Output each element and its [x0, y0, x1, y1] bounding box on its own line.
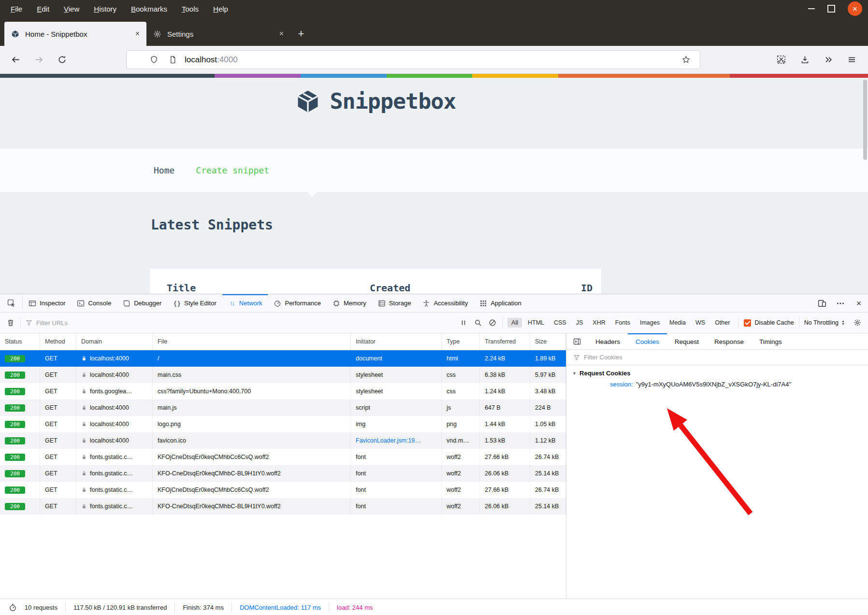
tab-close-icon[interactable]: × [135, 29, 140, 38]
menu-view[interactable]: View [64, 5, 79, 13]
tab-home-snippetbox[interactable]: Home - Snippetbox × [4, 22, 146, 46]
page-icon[interactable] [169, 56, 177, 64]
menu-tools[interactable]: Tools [182, 5, 199, 13]
network-request-row[interactable]: 200GETlocalhost:4000main.cssstylesheetcs… [0, 367, 566, 383]
network-request-row[interactable]: 200GETlocalhost:4000logo.pngimgpng1.44 k… [0, 416, 566, 432]
devtools-tab-accessibility[interactable]: Accessibility [417, 294, 474, 312]
column-header-domain[interactable]: Domain [76, 333, 153, 350]
load-time[interactable]: load: 244 ms [337, 604, 373, 611]
detail-tab-response[interactable]: Response [707, 333, 752, 350]
close-devtools-icon[interactable]: × [854, 299, 863, 308]
url-text[interactable]: localhost:4000 [185, 55, 682, 65]
filter-urls-input[interactable]: Filter URLs [26, 319, 454, 327]
filter-type-js[interactable]: JS [572, 318, 587, 328]
minimize-icon[interactable] [808, 8, 815, 9]
pick-element-icon[interactable] [0, 297, 23, 309]
filter-type-ws[interactable]: WS [692, 318, 709, 328]
split-panel-icon[interactable] [566, 333, 588, 349]
devtools-tab-memory[interactable]: Memory [327, 294, 372, 312]
meatball-menu-icon[interactable] [836, 299, 845, 308]
devtools-tab-network[interactable]: ↑↓Network [222, 294, 268, 312]
site-nav-create-snippet[interactable]: Create snippet [196, 165, 269, 175]
request-cookies-section[interactable]: ▾ Request Cookies [566, 365, 868, 381]
hamburger-menu-icon[interactable] [845, 53, 858, 67]
clear-requests-trash-icon[interactable] [6, 318, 15, 328]
filter-cookies-input[interactable]: Filter Cookies [566, 350, 868, 365]
column-header-file[interactable]: File [153, 333, 351, 350]
devtools-tab-style-editor[interactable]: { }Style Editor [167, 294, 222, 312]
detail-tab-cookies[interactable]: Cookies [628, 333, 667, 350]
network-request-row[interactable]: 200GETlocalhost:4000main.jsscriptjs647 B… [0, 400, 566, 416]
devtools-tab-console[interactable]: Console [71, 294, 117, 312]
cookie-name[interactable]: session: [610, 381, 633, 388]
column-header-type[interactable]: Type [442, 333, 480, 350]
network-request-row[interactable]: 200GETfonts.gstatic.c…KFO-CneDtsqEr0keqC… [0, 465, 566, 482]
detail-tab-headers[interactable]: Headers [588, 333, 628, 350]
site-title[interactable]: Snippetbox [330, 88, 456, 114]
network-request-row[interactable]: 200GETlocalhost:4000/documenthtml2.24 kB… [0, 350, 566, 367]
detail-tab-timings[interactable]: Timings [752, 333, 790, 350]
network-request-row[interactable]: 200GETfonts.googlea…css?family=Ubuntu+Mo… [0, 383, 566, 400]
search-icon[interactable] [473, 318, 483, 328]
filter-type-css[interactable]: CSS [550, 318, 570, 328]
menu-bookmarks[interactable]: Bookmarks [131, 5, 167, 13]
column-header-initiator[interactable]: Initiator [351, 333, 442, 350]
url-bar[interactable]: localhost:4000 [126, 50, 700, 69]
navigation-toolbar: localhost:4000 [0, 46, 868, 74]
column-header-transferred[interactable]: Transferred [480, 333, 530, 350]
pause-icon[interactable] [459, 318, 468, 328]
column-header-method[interactable]: Method [40, 333, 76, 350]
devtools-tab-performance[interactable]: Performance [268, 294, 326, 312]
download-icon[interactable] [798, 53, 811, 67]
network-request-row[interactable]: 200GETlocalhost:4000favicon.icoFaviconLo… [0, 432, 566, 449]
filter-type-other[interactable]: Other [711, 318, 734, 328]
domcontentloaded-time[interactable]: DOMContentLoaded: 117 ms [240, 604, 321, 611]
tab-close-icon[interactable]: × [279, 29, 284, 38]
filter-type-xhr[interactable]: XHR [589, 318, 609, 328]
filter-type-all[interactable]: All [507, 318, 522, 328]
filter-type-fonts[interactable]: Fonts [611, 318, 634, 328]
maximize-icon[interactable] [827, 5, 835, 13]
menu-edit[interactable]: Edit [37, 5, 49, 13]
column-header-size[interactable]: Size [530, 333, 566, 350]
gear-icon [153, 30, 161, 38]
shield-icon[interactable] [150, 56, 158, 64]
filter-type-html[interactable]: HTML [524, 318, 548, 328]
reload-icon[interactable] [55, 53, 69, 67]
forward-icon[interactable] [32, 53, 45, 67]
devtools-tab-inspector[interactable]: Inspector [23, 294, 71, 312]
menu-help[interactable]: Help [213, 5, 228, 13]
throttling-dropdown[interactable]: No Throttling ▲▼ [804, 319, 845, 326]
back-icon[interactable] [9, 53, 22, 67]
filter-type-media[interactable]: Media [665, 318, 690, 328]
bookmark-star-icon[interactable] [682, 56, 690, 64]
column-header-status[interactable]: Status [0, 333, 40, 350]
overflow-chevrons-icon[interactable] [822, 53, 835, 67]
disable-cache-control[interactable]: Disable Cache [744, 319, 794, 327]
cell-initiator: font [351, 465, 442, 482]
column-title: Title [167, 282, 370, 294]
menu-history[interactable]: History [94, 5, 116, 13]
responsive-mode-icon[interactable] [818, 299, 826, 308]
menu-file[interactable]: File [11, 5, 22, 13]
page-scrollbar[interactable] [863, 80, 867, 160]
filter-type-images[interactable]: Images [636, 318, 664, 328]
network-settings-gear-icon[interactable] [853, 318, 862, 328]
devtools-tab-storage[interactable]: Storage [372, 294, 417, 312]
site-nav-home[interactable]: Home [154, 165, 174, 175]
new-tab-button[interactable]: + [294, 27, 308, 41]
expand-triangle-icon[interactable]: ▾ [573, 371, 576, 376]
screenshot-icon[interactable] [774, 53, 788, 67]
devtools-tab-application[interactable]: Application [474, 294, 527, 312]
tab-settings[interactable]: Settings × [146, 22, 290, 46]
network-request-row[interactable]: 200GETfonts.gstatic.c…KFOjCneDtsqEr0keqC… [0, 482, 566, 498]
session-cookie-row[interactable]: session: "y9y1-mXyQUoAM6V5s9lXNjbZ_vXSGk… [566, 381, 868, 388]
initiator-link[interactable]: FaviconLoader.jsm:19… [356, 437, 421, 444]
devtools-tab-debugger[interactable]: Debugger [117, 294, 167, 312]
checkbox-checked-icon[interactable] [744, 319, 751, 327]
network-request-row[interactable]: 200GETfonts.gstatic.c…KFO-CneDtsqEr0keqC… [0, 498, 566, 515]
close-window-icon[interactable]: × [848, 1, 862, 16]
detail-tab-request[interactable]: Request [667, 333, 707, 350]
block-request-icon[interactable] [488, 318, 497, 328]
network-request-row[interactable]: 200GETfonts.gstatic.c…KFOjCneDtsqEr0keqC… [0, 449, 566, 465]
